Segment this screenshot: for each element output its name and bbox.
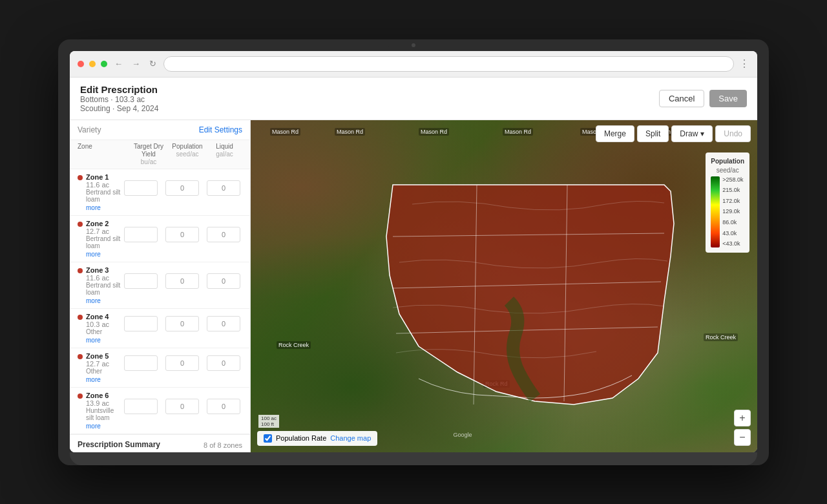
zone-liquid-input[interactable] xyxy=(207,273,240,289)
zoom-out-button[interactable]: − xyxy=(734,429,751,446)
header-subtitle: Bottoms · 103.3 ac Scouting · Sep 4, 202… xyxy=(80,95,158,113)
zone-population-input[interactable] xyxy=(165,273,199,289)
table-header: Zone Target Dry Yield bu/ac Population s… xyxy=(70,140,250,169)
page-title: Edit Prescription xyxy=(80,84,158,95)
zone-population-input[interactable] xyxy=(165,180,199,196)
zone-dot xyxy=(78,394,83,399)
edit-settings-button[interactable]: Edit Settings xyxy=(199,125,242,134)
legend-level-6: 43.0k xyxy=(722,230,743,236)
legend-title: Population xyxy=(711,158,744,165)
zone-yield-input[interactable] xyxy=(124,399,158,414)
zone-more-link[interactable]: more xyxy=(78,375,242,386)
zone-rows: Zone 1 11.6 ac Bertrand silt loam more Z… xyxy=(70,169,250,434)
undo-button[interactable]: Undo xyxy=(715,125,751,142)
zone-population-input[interactable] xyxy=(165,227,199,242)
zone-name: Zone 5 12.7 ac xyxy=(86,352,121,368)
legend-level-7: <43.0k xyxy=(722,240,743,247)
zone-dot xyxy=(78,222,83,227)
header-right: Cancel Save xyxy=(659,90,747,107)
zone-yield-input[interactable] xyxy=(124,273,158,289)
laptop-bottom xyxy=(70,452,757,465)
browser-menu-btn[interactable]: ⋮ xyxy=(739,58,749,70)
header-date: Scouting · Sep 4, 2024 xyxy=(80,104,158,113)
zone-dot xyxy=(78,354,83,359)
map-zoom-controls: + − xyxy=(734,410,751,446)
map-scale: 100 ac 100 ft xyxy=(258,415,279,428)
zone-row: Zone 6 13.9 ac Huntsville silt loam more xyxy=(70,388,250,434)
browser-chrome: ← → ↻ ⋮ xyxy=(70,51,757,78)
road-label-mason-4: Mason Rd xyxy=(503,128,533,136)
browser-refresh-btn[interactable]: ↻ xyxy=(147,59,158,68)
road-label-rock-creek: Rock Creek xyxy=(704,333,738,341)
zone-soil: Bertrand silt loam xyxy=(86,282,121,296)
variety-label: Variety xyxy=(78,125,101,134)
draw-button[interactable]: Draw ▾ xyxy=(671,125,713,142)
browser-minimize-btn[interactable] xyxy=(89,61,96,67)
zone-dot xyxy=(78,315,83,320)
zone-more-link[interactable]: more xyxy=(78,203,242,214)
zone-soil: Other xyxy=(86,368,121,375)
app-header: Edit Prescription Bottoms · 103.3 ac Sco… xyxy=(70,78,757,120)
population-rate-bar: Population Rate Change map xyxy=(257,431,377,446)
zone-name: Zone 1 11.6 ac xyxy=(86,173,121,189)
col-yield: Target Dry Yield bu/ac xyxy=(129,143,168,166)
zone-yield-input[interactable] xyxy=(124,227,158,242)
zone-soil: Huntsville silt loam xyxy=(86,407,121,421)
legend-level-3: 172.0k xyxy=(722,198,743,204)
browser-back-btn[interactable]: ← xyxy=(112,59,125,68)
save-button[interactable]: Save xyxy=(709,90,747,107)
legend-level-5: 86.0k xyxy=(722,219,743,226)
split-button[interactable]: Split xyxy=(637,125,669,142)
summary-title: Prescription Summary xyxy=(78,440,160,449)
legend-level-2: 215.0k xyxy=(722,187,743,193)
zone-dot xyxy=(78,175,83,180)
zone-name: Zone 3 11.6 ac xyxy=(86,266,121,282)
zone-soil: Bertrand silt loam xyxy=(86,235,121,249)
legend-bar: >258.0k 215.0k 172.0k 129.0k 86.0k 43.0k… xyxy=(711,176,744,247)
zone-row: Zone 2 12.7 ac Bertrand silt loam more xyxy=(70,216,250,262)
merge-button[interactable]: Merge xyxy=(596,125,634,142)
zone-liquid-input[interactable] xyxy=(207,227,240,242)
zone-yield-input[interactable] xyxy=(124,355,158,371)
col-population: Population seed/ac xyxy=(168,143,207,166)
zone-more-link[interactable]: more xyxy=(78,249,242,260)
population-rate-label: Population Rate xyxy=(276,434,326,442)
population-rate-checkbox[interactable] xyxy=(264,434,272,443)
col-liquid: Liquid gal/ac xyxy=(207,143,242,166)
zone-liquid-input[interactable] xyxy=(207,316,240,331)
zone-yield-input[interactable] xyxy=(124,180,158,196)
zone-row: Zone 4 10.3 ac Other more xyxy=(70,309,250,348)
browser-close-btn[interactable] xyxy=(78,61,84,67)
zone-population-input[interactable] xyxy=(165,355,199,371)
change-map-button[interactable]: Change map xyxy=(330,434,371,442)
legend-subtitle: seed/ac xyxy=(711,167,744,174)
legend-labels: >258.0k 215.0k 172.0k 129.0k 86.0k 43.0k… xyxy=(722,176,743,247)
zone-name: Zone 4 10.3 ac xyxy=(86,313,121,328)
zone-more-link[interactable]: more xyxy=(78,421,242,432)
map-legend: Population seed/ac >258.0k 215.0k 172.0k… xyxy=(706,152,749,253)
zone-row: Zone 1 11.6 ac Bertrand silt loam more xyxy=(70,169,250,216)
zone-population-input[interactable] xyxy=(165,316,199,331)
zone-liquid-input[interactable] xyxy=(207,355,240,371)
legend-level-4: 129.0k xyxy=(722,208,743,215)
browser-url-bar[interactable] xyxy=(163,56,734,72)
zone-soil: Bertrand silt loam xyxy=(86,189,121,203)
legend-level-1: >258.0k xyxy=(722,176,743,183)
col-zone: Zone xyxy=(78,143,129,166)
zone-name: Zone 2 12.7 ac xyxy=(86,220,121,235)
prescription-summary: Prescription Summary 8 of 8 zones xyxy=(70,434,250,452)
zoom-in-button[interactable]: + xyxy=(734,410,751,426)
zone-more-link[interactable]: more xyxy=(78,296,242,307)
field-overlay xyxy=(380,172,690,417)
cancel-button[interactable]: Cancel xyxy=(659,90,704,107)
zone-soil: Other xyxy=(86,328,121,335)
zone-row: Zone 3 11.6 ac Bertrand silt loam more xyxy=(70,262,250,309)
browser-forward-btn[interactable]: → xyxy=(130,59,142,68)
zone-yield-input[interactable] xyxy=(124,316,158,331)
browser-maximize-btn[interactable] xyxy=(101,61,107,67)
zone-liquid-input[interactable] xyxy=(207,180,240,196)
zone-liquid-input[interactable] xyxy=(207,399,240,414)
google-watermark: Google xyxy=(454,432,472,438)
zone-more-link[interactable]: more xyxy=(78,335,242,346)
zone-population-input[interactable] xyxy=(165,399,199,414)
